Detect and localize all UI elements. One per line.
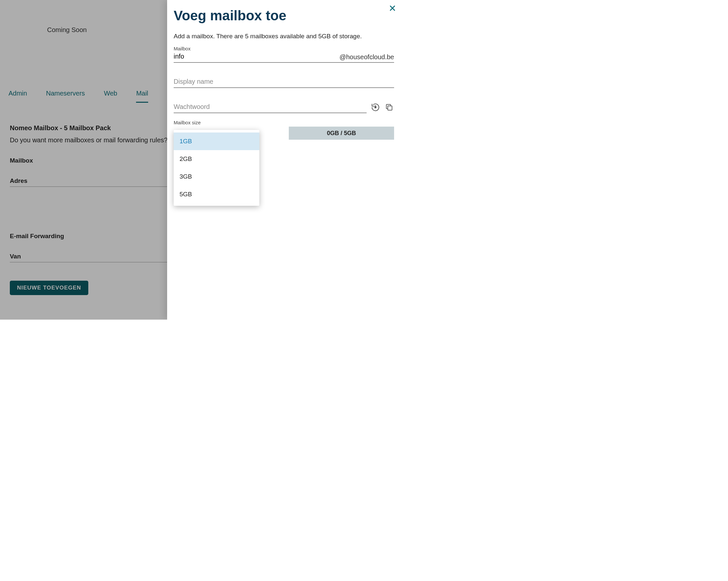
mailbox-input-row: @houseofcloud.be [174,52,394,63]
add-mailbox-panel: Voeg mailbox toe Add a mailbox. There ar… [167,0,400,320]
size-option-1gb[interactable]: 1GB [174,132,259,150]
mailbox-size-label: Mailbox size [174,120,394,125]
size-option-2gb[interactable]: 2GB [174,150,259,168]
close-icon[interactable] [389,4,396,14]
panel-subtitle: Add a mailbox. There are 5 mailboxes ava… [174,33,394,40]
mailbox-domain-suffix: @houseofcloud.be [336,53,394,61]
svg-rect-4 [388,106,392,110]
mailbox-field-label: Mailbox [174,46,394,51]
size-option-5gb[interactable]: 5GB [174,185,259,203]
mailbox-size-row: 1GB 2GB 3GB 5GB 0GB / 5GB [174,127,394,140]
size-option-3gb[interactable]: 3GB [174,168,259,185]
mailbox-localpart-input[interactable] [174,52,336,61]
password-input[interactable] [174,101,367,113]
password-row [174,101,394,113]
copy-password-icon[interactable] [384,102,394,112]
regenerate-password-icon[interactable] [370,102,380,112]
mailbox-size-dropdown: 1GB 2GB 3GB 5GB [174,130,259,206]
svg-rect-3 [375,105,376,107]
panel-title: Voeg mailbox toe [174,8,394,24]
storage-usage-badge: 0GB / 5GB [289,127,394,140]
display-name-input[interactable] [174,76,394,88]
